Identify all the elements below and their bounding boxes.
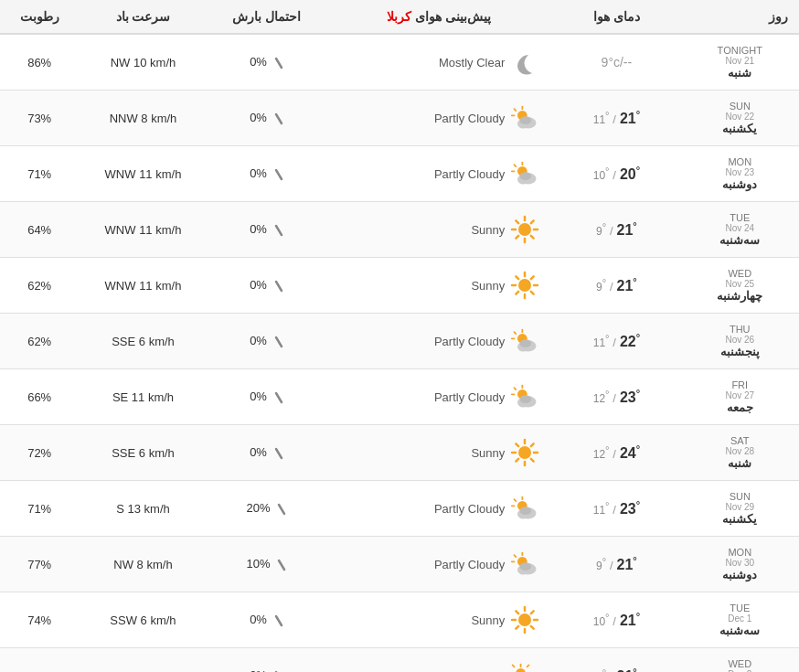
wind-cell: NW 10 km/h (79, 34, 207, 91)
day-fa: چهارشنبه (687, 289, 794, 303)
svg-line-3 (515, 109, 517, 111)
rain-cell: 0% (208, 369, 325, 425)
forecast-text: Partly Cloudy (434, 112, 505, 125)
day-fa: سه‌شنبه (687, 233, 794, 247)
day-cell: TONIGHT Nov 21 شنبه (681, 34, 799, 91)
rain-icon (274, 336, 283, 348)
svg-line-73 (515, 555, 517, 557)
table-row: TUE Nov 24 سه‌شنبه 21° / 9° Sunny (0, 202, 799, 258)
forecast-text: Partly Cloudy (434, 335, 505, 348)
temp-display: 21° / 9° (596, 279, 637, 293)
day-en: MON (687, 547, 794, 558)
temp-cell: 23° / 11° (552, 481, 680, 537)
humidity-value: 71% (27, 167, 51, 181)
humidity-cell: 62% (0, 258, 79, 314)
table-row: FRI Nov 27 جمعه 23° / 12° Partly Cloudy (0, 369, 799, 425)
rain-cell: 0% (208, 34, 325, 91)
humidity-cell: 71% (0, 146, 79, 202)
weather-icon-partly-cloudy (510, 494, 539, 523)
humidity-cell: 73% (0, 91, 79, 146)
temp-cell: 22° / 11° (552, 314, 680, 369)
day-fa: جمعه (687, 400, 794, 414)
temp-sep: / (610, 224, 613, 238)
temp-display: 21° / 11° (593, 112, 640, 126)
humidity-cell: 64% (0, 202, 79, 258)
table-header: روز دمای هوا پیش‌بینی هوای کربلا احتمال … (0, 0, 799, 34)
svg-line-25 (517, 236, 519, 239)
col-header-wind: سرعت باد (79, 0, 207, 34)
svg-line-86 (531, 611, 534, 613)
humidity-cell: 77% (0, 537, 79, 592)
svg-line-70 (279, 505, 284, 514)
table-row: WED Nov 25 چهارشنبه 21° / 9° Sunny (0, 258, 799, 314)
wind-value: WNW 11 km/h (105, 167, 182, 181)
svg-line-22 (517, 220, 519, 223)
svg-line-58 (517, 443, 519, 446)
humidity-cell: 71% (0, 481, 79, 537)
svg-line-44 (276, 337, 282, 347)
temp-cell: --/9°c (552, 34, 680, 91)
forecast-cell: Sunny (325, 258, 552, 314)
rain-cell: 0% (208, 146, 325, 202)
svg-point-53 (518, 446, 531, 459)
day-fa: پنجشنبه (687, 345, 794, 358)
day-cell: SUN Nov 22 یکشنبه (681, 91, 799, 146)
forecast-text: Partly Cloudy (434, 390, 505, 404)
temp-low: 9° (596, 225, 606, 238)
forecast-text: Partly Cloudy (434, 167, 505, 181)
wind-value: ENE 8 km/h (112, 669, 175, 673)
temp-high: 21° (620, 111, 640, 126)
rain-value: 20% (247, 501, 271, 515)
temp-low: 10° (593, 615, 610, 628)
temp-low: 9° (596, 560, 606, 572)
wind-value: S 13 km/h (116, 502, 170, 516)
rain-value: 0% (250, 389, 267, 403)
svg-line-47 (515, 388, 517, 389)
table-row: MON Nov 23 دوشنبه 20° / 10° Partly Cloud… (0, 146, 799, 202)
wind-value: WNW 11 km/h (105, 279, 182, 293)
day-en: WED (687, 658, 794, 669)
rain-value: 10% (247, 557, 271, 571)
temp-cell: 24° / 12° (552, 425, 680, 481)
svg-line-0 (276, 59, 282, 68)
svg-line-34 (531, 276, 534, 279)
rain-value: 0% (250, 278, 267, 292)
wind-cell: SSW 6 km/h (79, 592, 207, 648)
rain-icon (274, 614, 283, 627)
table-row: SUN Nov 22 یکشنبه 21° / 11° Partly Cloud… (0, 91, 799, 146)
humidity-value: 64% (27, 223, 51, 237)
humidity-cell: 86% (0, 34, 79, 91)
svg-line-78 (279, 560, 284, 570)
rain-cell: 0% (208, 202, 325, 258)
rain-icon (274, 447, 283, 460)
forecast-cell: Mostly Sunny (325, 648, 552, 673)
day-fa: شنبه (687, 66, 794, 80)
forecast-cell: Partly Cloudy (325, 91, 552, 146)
wind-value: NW 8 km/h (113, 558, 172, 571)
rain-value: 0% (250, 613, 267, 626)
svg-line-91 (513, 665, 515, 667)
rain-cell: 0% (208, 258, 325, 314)
svg-line-23 (531, 236, 534, 239)
day-en: WED (687, 268, 794, 279)
humidity-value: 72% (27, 446, 51, 460)
day-en: TONIGHT (687, 45, 794, 56)
temp-display: 23° / 11° (593, 502, 640, 517)
humidity-cell: 74% (0, 592, 79, 648)
rain-cell: 0% (208, 91, 325, 146)
humidity-value: 77% (27, 558, 51, 571)
day-cell: WED Nov 25 چهارشنبه (681, 258, 799, 314)
temp-low: 9° (596, 281, 606, 293)
day-cell: WED Dec 2 چهارشنبه (681, 648, 799, 673)
temp-high: 23° (620, 389, 640, 405)
humidity-value: 70% (27, 669, 51, 673)
temp-high: 24° (620, 445, 640, 461)
svg-line-26 (276, 226, 282, 235)
temp-low: 11° (593, 113, 610, 126)
humidity-cell: 62% (0, 314, 79, 369)
svg-line-62 (276, 449, 282, 458)
svg-line-16 (276, 170, 282, 179)
temp-display: 21° / 10° (593, 613, 640, 628)
day-date: Nov 27 (687, 390, 794, 400)
svg-line-61 (517, 459, 519, 462)
